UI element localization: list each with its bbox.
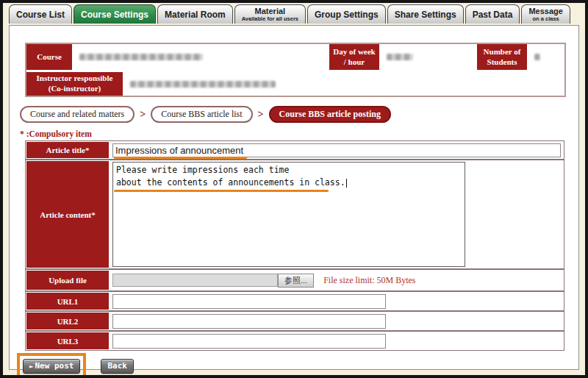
course-info-row-1: Course Day of week / hour Number of Stud… xyxy=(26,44,564,70)
day-of-week-value xyxy=(381,44,476,70)
breadcrumb: Course and related matters > Course BBS … xyxy=(20,106,578,123)
tab-past-data[interactable]: Past Data xyxy=(465,4,520,24)
text-caret xyxy=(346,179,347,188)
article-content-cell: Please write impressions each time about… xyxy=(110,160,564,268)
url2-label: URL2 xyxy=(26,313,109,329)
tab-message-on-class[interactable]: Message on a class xyxy=(521,4,570,24)
redacted-day-value xyxy=(387,54,413,60)
tab-material-room[interactable]: Material Room xyxy=(157,4,233,24)
annotation-underline-content xyxy=(114,190,329,192)
tab-label: Past Data xyxy=(473,10,513,20)
breadcrumb-course-related-matters[interactable]: Course and related matters xyxy=(20,106,135,123)
article-content-text: Please write impressions each time about… xyxy=(116,165,345,188)
article-content-row: Article content* Please write impression… xyxy=(26,159,564,268)
instructor-value xyxy=(124,72,564,96)
article-content-label: Article content* xyxy=(26,161,109,268)
article-title-input[interactable] xyxy=(112,143,561,157)
number-of-students-value xyxy=(528,44,564,70)
redacted-instructor-value xyxy=(130,81,276,88)
tab-label: Material Room xyxy=(165,10,226,20)
url2-cell xyxy=(110,312,564,330)
url2-row: URL2 xyxy=(26,310,564,330)
compulsory-item-note: * :Compulsory item xyxy=(20,129,578,138)
file-path-field[interactable] xyxy=(112,274,278,287)
course-info-row-2: Instructor responsible (Co-instructor) xyxy=(26,70,564,96)
url1-cell xyxy=(110,292,564,310)
breadcrumb-separator-icon: > xyxy=(258,109,264,121)
article-title-row: Article title* xyxy=(26,141,564,159)
back-button[interactable]: Back xyxy=(101,359,134,374)
tab-sublabel: on a class xyxy=(532,16,559,22)
tab-group-settings[interactable]: Group Settings xyxy=(307,4,386,24)
redacted-course-name xyxy=(79,54,203,60)
tab-sublabel: Available for all users xyxy=(242,16,298,22)
course-label: Course xyxy=(26,44,72,70)
breadcrumb-course-bbs-article-list[interactable]: Course BBS article list xyxy=(151,106,252,123)
screenshot-root: Course List Course Settings Material Roo… xyxy=(0,0,588,378)
article-content-textarea[interactable]: Please write impressions each time about… xyxy=(112,162,465,267)
url2-input[interactable] xyxy=(112,314,386,329)
article-posting-form: Article title* Article content* Please w… xyxy=(25,140,564,351)
content-panel: Course Day of week / hour Number of Stud… xyxy=(9,25,579,370)
tab-bar: Course List Course Settings Material Roo… xyxy=(3,3,585,24)
breadcrumb-course-bbs-article-posting: Course BBS article posting xyxy=(269,106,391,123)
play-triangle-icon: ► xyxy=(29,363,33,370)
file-size-limit-note: File size limit: 50M Bytes xyxy=(323,275,415,286)
tab-label: Course List xyxy=(16,10,65,20)
tab-label: Group Settings xyxy=(315,10,379,20)
tab-share-settings[interactable]: Share Settings xyxy=(387,4,464,24)
new-post-button-label: New post xyxy=(35,361,74,371)
url3-cell xyxy=(110,332,564,350)
url3-label: URL3 xyxy=(26,332,109,349)
article-title-label: Article title* xyxy=(26,142,109,158)
redacted-students-value xyxy=(534,54,540,60)
url3-row: URL3 xyxy=(26,330,564,350)
course-value xyxy=(74,44,328,70)
tab-label: Material xyxy=(255,7,286,15)
upload-file-cell: 参照... File size limit: 50M Bytes xyxy=(110,270,564,290)
new-post-button[interactable]: ►New post xyxy=(23,359,80,374)
day-of-week-label: Day of week / hour xyxy=(329,44,379,70)
tab-label: Course Settings xyxy=(81,10,148,20)
tab-course-list[interactable]: Course List xyxy=(9,4,72,24)
number-of-students-label: Number of Students xyxy=(477,44,527,70)
tab-course-settings[interactable]: Course Settings xyxy=(74,4,156,24)
url3-input[interactable] xyxy=(112,334,386,349)
tab-label: Message xyxy=(528,7,562,15)
browse-button[interactable]: 参照... xyxy=(278,274,314,288)
url1-row: URL1 xyxy=(26,290,564,310)
upload-file-label: Upload file xyxy=(26,271,109,290)
instructor-label: Instructor responsible (Co-instructor) xyxy=(26,72,123,96)
tab-label: Share Settings xyxy=(395,10,456,20)
tab-material-all-users[interactable]: Material Available for all users xyxy=(234,4,306,24)
breadcrumb-separator-icon: > xyxy=(140,109,146,121)
back-button-wrap: Back xyxy=(101,358,134,374)
course-info-table: Course Day of week / hour Number of Stud… xyxy=(25,43,566,97)
upload-file-row: Upload file 参照... File size limit: 50M B… xyxy=(26,268,564,290)
annotation-highlight-box: ►New post xyxy=(17,353,86,378)
action-buttons: ►New post Back xyxy=(17,353,578,378)
url1-input[interactable] xyxy=(112,294,386,309)
article-title-cell xyxy=(110,141,564,159)
url1-label: URL1 xyxy=(26,293,109,310)
